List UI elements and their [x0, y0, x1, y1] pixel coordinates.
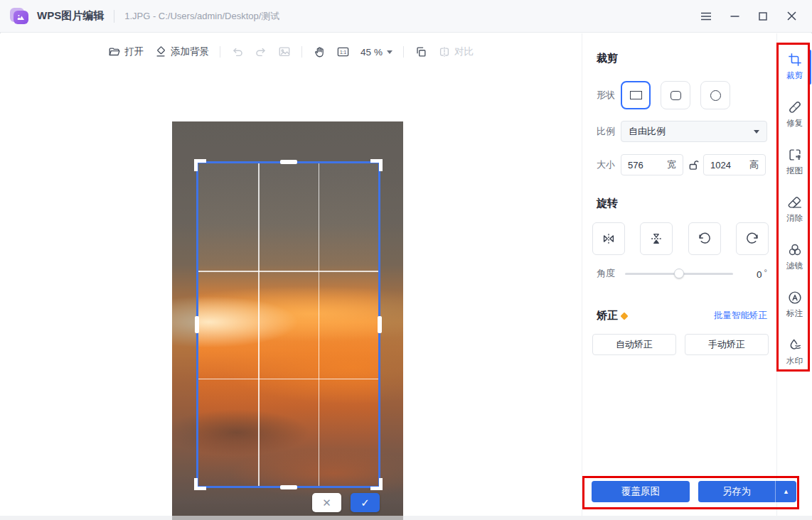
- wps-image-editor-window: WPS图片编辑 1.JPG - C:/Users/admin/Desktop/测…: [0, 0, 812, 520]
- crop-gridline: [258, 163, 260, 486]
- crop-confirm-button[interactable]: ✓: [351, 493, 380, 512]
- angle-slider[interactable]: [625, 269, 733, 278]
- shape-rectangle-button[interactable]: [621, 81, 651, 109]
- flip-horizontal-button[interactable]: [592, 222, 625, 255]
- size-row: 大小 宽 高: [597, 154, 767, 175]
- chevron-down-icon: [754, 130, 759, 134]
- shape-rounded-button[interactable]: [661, 81, 690, 109]
- window-bottom-edge: [0, 516, 812, 520]
- compare-label: 对比: [454, 45, 474, 58]
- angle-row: 角度 0°: [597, 268, 767, 279]
- rail-item-repair[interactable]: 修复: [779, 99, 811, 129]
- crop-gridline: [319, 163, 320, 486]
- angle-value: 0°: [757, 268, 767, 280]
- crop-confirm-bar: ✕ ✓: [312, 493, 380, 512]
- crop-handle-top-left[interactable]: [194, 159, 206, 171]
- correct-row: 自动矫正 手动矫正: [592, 334, 769, 355]
- auto-correct-button[interactable]: 自动矫正: [592, 334, 676, 355]
- slider-thumb[interactable]: [674, 269, 684, 278]
- rounded-rectangle-icon: [671, 91, 681, 100]
- rail-item-annotate[interactable]: 标注: [779, 290, 811, 319]
- flip-vertical-button[interactable]: [640, 222, 673, 255]
- crop-handle-left[interactable]: [195, 316, 199, 333]
- maximize-icon[interactable]: [752, 6, 774, 26]
- rectangle-icon: [630, 91, 642, 99]
- titlebar: WPS图片编辑 1.JPG - C:/Users/admin/Desktop/测…: [0, 0, 812, 33]
- shape-circle-button[interactable]: [700, 81, 730, 109]
- active-indicator: [808, 50, 811, 85]
- tool-rail: 裁剪 修复 抠图 消除 滤镜 标注 水印: [776, 33, 812, 516]
- annotate-icon: [787, 290, 803, 305]
- circle-icon: [710, 90, 721, 101]
- add-background-button[interactable]: 添加背景: [154, 45, 209, 58]
- titlebar-divider: [114, 10, 114, 23]
- fit-label: 1:1: [340, 50, 347, 55]
- correct-header-label: 矫正: [597, 309, 618, 323]
- crop-cancel-button[interactable]: ✕: [312, 493, 341, 512]
- degree-symbol: °: [764, 268, 767, 276]
- cutout-icon: [787, 147, 803, 163]
- rail-item-erase[interactable]: 消除: [779, 195, 811, 224]
- ratio-value: 自由比例: [629, 125, 666, 138]
- menu-icon[interactable]: [695, 6, 717, 26]
- aspect-lock-icon[interactable]: [683, 159, 703, 170]
- save-as-more-button[interactable]: ▲: [775, 481, 796, 502]
- rail-item-filter[interactable]: 滤镜: [779, 242, 811, 271]
- add-background-label: 添加背景: [171, 45, 209, 58]
- chevron-down-icon: [387, 50, 392, 54]
- manual-correct-button[interactable]: 手动矫正: [685, 334, 769, 355]
- ratio-label: 比例: [597, 125, 621, 138]
- rail-item-cutout[interactable]: 抠图: [779, 147, 811, 176]
- width-value-field[interactable]: [628, 160, 656, 170]
- compare-button[interactable]: 对比: [438, 45, 474, 58]
- ratio-dropdown[interactable]: 自由比例: [621, 121, 767, 142]
- close-icon[interactable]: [781, 6, 802, 26]
- zoom-value: 45 %: [360, 47, 383, 58]
- rotate-left-button[interactable]: [688, 222, 721, 255]
- crop-selection[interactable]: [196, 161, 380, 488]
- crop-handle-bottom-left[interactable]: [194, 478, 206, 490]
- rotate-section-header: 旋转: [597, 197, 767, 210]
- image-icon[interactable]: [278, 45, 291, 58]
- crop-handle-top[interactable]: [280, 160, 297, 164]
- crop-handle-bottom[interactable]: [280, 485, 297, 489]
- height-value-field[interactable]: [710, 160, 739, 170]
- overwrite-original-button[interactable]: 覆盖原图: [592, 481, 690, 502]
- crop-handle-right[interactable]: [378, 316, 382, 333]
- file-path: 1.JPG - C:/Users/admin/Desktop/测试: [124, 10, 279, 23]
- width-unit: 宽: [667, 158, 676, 171]
- height-unit: 高: [749, 158, 759, 171]
- save-as-button[interactable]: 另存为: [698, 481, 775, 502]
- toolbar-separator: [403, 46, 404, 58]
- open-button[interactable]: 打开: [108, 45, 144, 58]
- shape-label: 形状: [597, 89, 621, 102]
- canvas-area: 打开 添加背景 1:1 45 %: [0, 33, 582, 516]
- crop-width-input[interactable]: 宽: [621, 154, 683, 175]
- eraser-icon: [787, 195, 803, 210]
- rotate-right-button[interactable]: [736, 222, 769, 255]
- redo-icon[interactable]: [255, 45, 267, 58]
- pan-hand-icon[interactable]: [313, 45, 326, 58]
- size-label: 大小: [597, 158, 621, 171]
- undo-icon[interactable]: [231, 45, 244, 58]
- angle-label: 角度: [597, 267, 621, 280]
- crop-gridline: [198, 271, 378, 272]
- premium-badge-icon: [620, 312, 628, 320]
- shape-row: 形状: [597, 81, 767, 109]
- app-logo-icon: [10, 6, 30, 26]
- crop-handle-bottom-right[interactable]: [370, 478, 383, 490]
- crop-gridline: [198, 379, 378, 380]
- duplicate-icon[interactable]: [415, 45, 427, 58]
- crop-height-input[interactable]: 高: [703, 154, 766, 175]
- rail-item-crop[interactable]: 裁剪: [779, 52, 811, 81]
- rail-item-watermark[interactable]: 水印: [779, 337, 811, 367]
- minimize-icon[interactable]: [724, 6, 745, 26]
- watermark-icon: [787, 337, 803, 353]
- batch-smart-correct-link[interactable]: 批量智能矫正: [714, 310, 767, 322]
- crop-icon: [787, 52, 803, 67]
- bottom-action-bar: 覆盖原图 另存为 ▲: [592, 481, 796, 502]
- fit-actual-size-icon[interactable]: 1:1: [336, 45, 350, 58]
- toolbar-separator: [301, 46, 302, 58]
- zoom-level-dropdown[interactable]: 45 %: [360, 47, 392, 58]
- crop-handle-top-right[interactable]: [370, 159, 383, 171]
